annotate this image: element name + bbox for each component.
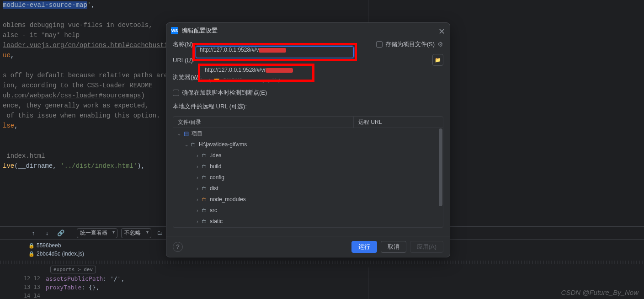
prev-change-icon[interactable]: ↑: [28, 228, 38, 238]
tree-row[interactable]: ›🗀dist: [173, 183, 443, 194]
link-icon[interactable]: 🔗: [56, 228, 66, 238]
webstorm-icon: WS: [171, 27, 178, 34]
tree-row[interactable]: ⌄🗀H:\java\idea-git\vms: [173, 139, 443, 150]
highlight-url-box: http://127.0.0.1:9528/#/vr: [198, 64, 314, 82]
file-tree[interactable]: ⌄▤项目⌄🗀H:\java\idea-git\vms›🗀.idea›🗀build…: [173, 128, 443, 228]
tree-row[interactable]: JS.eslintrc.js: [173, 227, 443, 228]
viewer-select[interactable]: 统一查看器: [77, 228, 117, 238]
dialog-titlebar: WS 编辑配置设置 ✕: [166, 23, 450, 38]
apply-button[interactable]: 应用(A): [410, 241, 443, 253]
dialog-footer: ? 运行 取消 应用(A): [166, 236, 450, 257]
dialog-title: 编辑配置设置: [182, 27, 218, 35]
tree-row[interactable]: ›🗀build: [173, 161, 443, 172]
redacted-text: [259, 48, 286, 53]
run-button[interactable]: 运行: [351, 241, 377, 253]
tree-row[interactable]: ›🗀.idea: [173, 150, 443, 161]
redacted-text: [266, 68, 293, 73]
breakpoint-checkbox[interactable]: [173, 90, 179, 96]
ignore-select[interactable]: 不忽略: [121, 228, 151, 238]
tree-row[interactable]: ›🗀config: [173, 172, 443, 183]
breadcrumb[interactable]: exports > dev: [50, 266, 96, 273]
store-checkbox[interactable]: [376, 41, 383, 48]
gear-icon[interactable]: ⚙: [437, 41, 443, 48]
code-line[interactable]: 12 12 assetsPublicPath: '/',: [0, 274, 644, 283]
breakpoint-label: 确保在加载脚本时检测到断点(E): [182, 89, 267, 97]
tree-row[interactable]: ›🗀static: [173, 216, 443, 227]
url-input[interactable]: http://127.0.0.1:9528/#/vr: [201, 67, 311, 79]
col-remote-url[interactable]: 远程 URL: [354, 117, 386, 128]
code-line[interactable]: 13 13 proxyTable: {},: [0, 283, 644, 292]
scrollbar[interactable]: [439, 128, 442, 206]
cancel-button[interactable]: 取消: [381, 241, 406, 253]
breakpoint-row: 确保在加载脚本时检测到断点(E): [173, 89, 443, 97]
remote-url-label: 本地文件的远程 URL (可选):: [173, 102, 443, 111]
lock-icon: 🔒: [28, 251, 35, 256]
watermark-text: CSDN @Future_By_Now: [561, 288, 639, 296]
file-tree-header: 文件/目录 远程 URL: [173, 116, 443, 128]
highlight-icon[interactable]: 🗂: [155, 228, 165, 238]
help-icon[interactable]: ?: [173, 242, 183, 252]
next-change-icon[interactable]: ↓: [42, 228, 52, 238]
lock-icon: 🔒: [28, 243, 35, 248]
code-line[interactable]: 14 14: [0, 292, 644, 299]
browse-folder-icon[interactable]: 📁: [432, 54, 443, 66]
close-icon[interactable]: ✕: [438, 27, 445, 37]
tree-row[interactable]: ⌄▤项目: [173, 128, 443, 139]
highlight-name-box: http://127.0.0.1:9528/#/v: [192, 43, 357, 61]
tree-row[interactable]: ›🗀node_modules: [173, 194, 443, 205]
tree-row[interactable]: ›🗀src: [173, 205, 443, 216]
breadcrumb-row: exports > dev: [0, 264, 644, 274]
diff-code-area: exports > dev 12 12 assetsPublicPath: '/…: [0, 261, 644, 299]
name-input[interactable]: http://127.0.0.1:9528/#/v: [196, 46, 354, 58]
store-label: 存储为项目文件(S): [385, 40, 435, 48]
col-file-dir[interactable]: 文件/目录: [173, 117, 354, 128]
wave-divider: [0, 261, 644, 264]
